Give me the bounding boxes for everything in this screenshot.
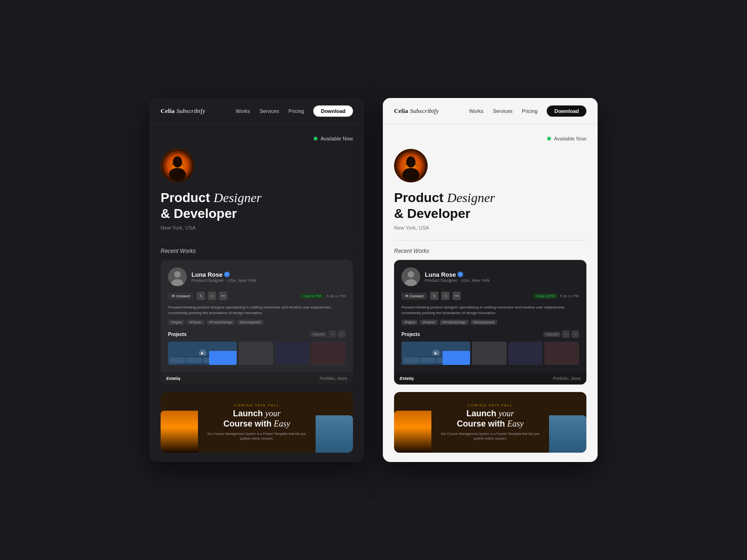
nav-pricing-light[interactable]: Pricing xyxy=(522,108,538,114)
profile-footer-light: Estetiq Portfolio, Store xyxy=(394,372,586,385)
course-card-light: Coming this fall Launch your Course with… xyxy=(394,392,586,453)
recent-works-title-light: Recent Works xyxy=(394,248,586,254)
profile-tags-dark: #Figma #Framer #ProductDesign #Developme… xyxy=(168,320,345,325)
coming-soon-dark: Coming this fall xyxy=(234,404,280,407)
connect-btn-light[interactable]: ✉ Connect xyxy=(402,293,427,300)
prev-btn-light[interactable]: ‹ xyxy=(562,330,570,338)
available-dot-light xyxy=(547,137,551,140)
tag-framer-light: #Framer xyxy=(420,320,437,325)
tag-development-light: #Development xyxy=(471,320,497,325)
tag-productdesign-dark: #ProductDesign xyxy=(206,320,235,325)
nav-services-light[interactable]: Services xyxy=(493,108,513,114)
available-text-dark: Available Now xyxy=(320,136,353,141)
projects-header-light: Projects View All ‹ › xyxy=(402,330,579,338)
nav-pricing-dark[interactable]: Pricing xyxy=(289,108,304,114)
profile-card-light: Luna Rose ✓ Product Designer · USA, New … xyxy=(394,260,586,385)
twitter-icon-light[interactable]: 𝕏 xyxy=(430,292,438,300)
nav-works-dark[interactable]: Works xyxy=(236,108,250,114)
course-desc-light: Our Course Management System is a Framer… xyxy=(436,432,544,441)
hero-title-normal-dark: Product xyxy=(161,190,214,205)
thumb-3-dark xyxy=(275,342,310,365)
projects-section-light: Projects View All ‹ › ▶ xyxy=(402,330,579,365)
stat-num-light: 5.2k 11 PM xyxy=(560,294,579,298)
hero-title-line2-light: & Developer xyxy=(394,206,470,221)
view-all-btn-dark[interactable]: View All xyxy=(310,332,327,337)
hero-dark: Available Now xyxy=(149,125,364,240)
nav-services-dark[interactable]: Services xyxy=(260,108,279,114)
twitter-icon-dark[interactable]: 𝕏 xyxy=(197,292,205,300)
stat-badge-light: +Last 11 PM xyxy=(533,294,557,299)
connect-btn-dark[interactable]: ✉ Connect xyxy=(168,293,194,300)
course-easy-light: Easy xyxy=(507,419,524,428)
share-icon-light[interactable]: ⬡ xyxy=(441,292,450,300)
profile-stats-light: +Last 11 PM 5.2k 11 PM xyxy=(533,294,579,299)
tag-productdesign-light: #ProductDesign xyxy=(440,320,469,325)
profile-name-dark: Luna Rose xyxy=(191,271,222,278)
profile-info-light: Luna Rose ✓ Product Designer · USA, New … xyxy=(425,271,490,283)
thumb-main-dark: ▶ xyxy=(168,342,237,365)
thumb-3-light xyxy=(508,342,543,365)
thumb-4-light xyxy=(544,342,579,365)
blue-bar-light xyxy=(443,351,470,365)
profile-actions-dark: ✉ Connect 𝕏 ⬡ ••• +Last 11 PM 5.2k 11 PM xyxy=(168,292,345,300)
profile-stats-dark: +Last 11 PM 5.2k 11 PM xyxy=(300,294,345,299)
profile-header-light: Luna Rose ✓ Product Designer · USA, New … xyxy=(402,267,579,286)
download-btn-dark[interactable]: Download xyxy=(313,105,353,117)
profile-bio-dark: Forward-thinking product designer specia… xyxy=(168,305,345,316)
main-container: Celia Subscribify Works Services Pricing… xyxy=(149,98,598,462)
thumb-2-light xyxy=(472,342,507,365)
available-row-light: Available Now xyxy=(394,136,586,141)
recent-works-dark: Recent Works xyxy=(149,240,364,392)
svg-point-4 xyxy=(174,271,181,278)
hero-title-light: Product Designer & Developer xyxy=(394,190,586,221)
nav-links-dark: Works Services Pricing Download xyxy=(236,105,353,117)
course-launch-dark: Launch xyxy=(233,409,265,418)
profile-name-row-dark: Luna Rose ✓ xyxy=(191,271,256,278)
more-icon-light[interactable]: ••• xyxy=(452,292,461,300)
coming-soon-light: Coming this fall xyxy=(468,404,513,407)
hero-title-normal-light: Product xyxy=(394,190,447,205)
profile-card-inner-light: Luna Rose ✓ Product Designer · USA, New … xyxy=(394,260,586,372)
course-course-light: Course with xyxy=(457,419,507,428)
next-btn-dark[interactable]: › xyxy=(338,330,345,338)
nav-links-light: Works Services Pricing Download xyxy=(469,105,586,117)
download-btn-light[interactable]: Download xyxy=(547,105,586,117)
course-title-light: Launch your Course with Easy xyxy=(457,409,523,429)
next-btn-light[interactable]: › xyxy=(571,330,579,338)
course-launch-light: Launch xyxy=(466,409,499,418)
share-icon-dark[interactable]: ⬡ xyxy=(208,292,216,300)
projects-header-dark: Projects View All ‹ › xyxy=(168,330,345,338)
profile-tags-light: #Figma #Framer #ProductDesign #Developme… xyxy=(402,320,579,325)
tag-figma-dark: #Figma xyxy=(168,320,184,325)
avatar-light xyxy=(394,149,428,182)
profile-avatar-light xyxy=(402,267,420,286)
more-icon-dark[interactable]: ••• xyxy=(219,292,227,300)
verified-badge-light: ✓ xyxy=(458,272,463,277)
projects-section-dark: Projects View All ‹ › ▶ xyxy=(168,330,345,365)
profile-avatar-dark xyxy=(168,267,187,286)
brand-bold-dark: Celia xyxy=(161,107,175,114)
nav-works-light[interactable]: Works xyxy=(469,108,484,114)
footer-brand-dark: Estetiq xyxy=(166,376,180,381)
profile-footer-dark: Estetiq Portfolio, Store xyxy=(161,372,353,385)
footer-links-light: Portfolio, Store xyxy=(553,376,581,381)
footer-links-dark: Portfolio, Store xyxy=(319,376,347,381)
dark-nav: Celia Subscribify Works Services Pricing… xyxy=(149,98,364,125)
profile-name-row-light: Luna Rose ✓ xyxy=(425,271,490,278)
projects-label-light: Projects xyxy=(402,332,420,337)
stat-num-dark: 5.2k 11 PM xyxy=(327,294,345,298)
prev-btn-dark[interactable]: ‹ xyxy=(329,330,336,338)
projects-label-dark: Projects xyxy=(168,332,186,337)
profile-role-dark: Product Designer · USA, New York xyxy=(191,278,256,283)
profile-actions-light: ✉ Connect 𝕏 ⬡ ••• +Last 11 PM 5.2k 11 PM xyxy=(402,292,579,300)
view-all-btn-light[interactable]: View All xyxy=(543,332,560,337)
project-thumbs-light: ▶ xyxy=(402,342,579,365)
verified-badge-dark: ✓ xyxy=(224,272,230,277)
tag-framer-dark: #Framer xyxy=(186,320,204,325)
hero-title-line2-dark: & Developer xyxy=(161,206,237,221)
hero-light: Available Now xyxy=(383,125,598,240)
hero-title-italic-light: Designer xyxy=(447,190,495,205)
course-course-dark: Course with xyxy=(223,419,274,428)
profile-bio-light: Forward-thinking product designer specia… xyxy=(402,305,579,316)
tag-figma-light: #Figma xyxy=(402,320,418,325)
